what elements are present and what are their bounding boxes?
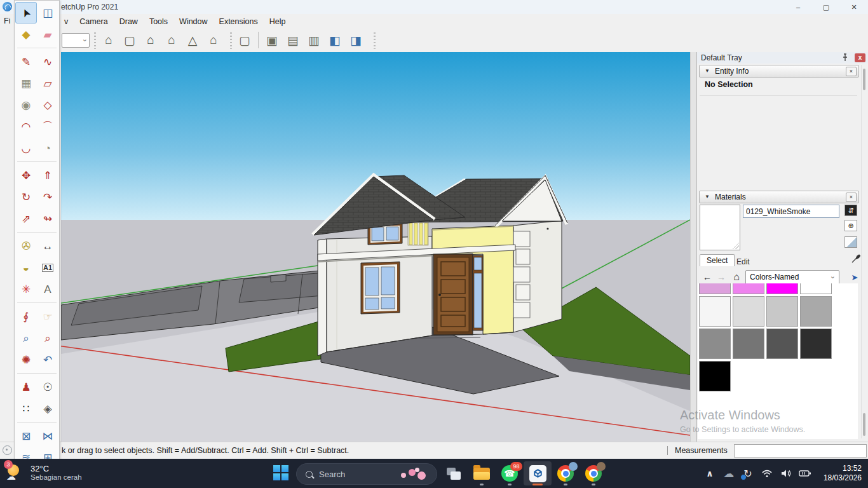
taskbar-clock[interactable]: 13:52 18/03/2026 [815, 464, 862, 483]
tool-text[interactable]: A1 [37, 257, 58, 278]
menu-draw[interactable]: Draw [114, 17, 144, 26]
onedrive-icon[interactable]: ☁ [719, 464, 738, 483]
back-arrow-icon[interactable]: ← [701, 270, 714, 284]
left-view-button[interactable]: ⌂ [204, 31, 223, 49]
tool-rectangle[interactable]: ▦ [15, 72, 37, 94]
tool-section-plane[interactable]: ◈ [37, 398, 58, 419]
viewport-canvas[interactable] [61, 52, 690, 442]
search-box[interactable]: Search [296, 463, 437, 485]
front-view-button[interactable]: ⌂ [141, 31, 160, 49]
tool-pie[interactable]: ◔ [37, 137, 58, 159]
tool-push-pull[interactable]: ⇑ [37, 165, 58, 186]
volume-icon[interactable] [776, 464, 796, 483]
outer-shell-button[interactable]: ▢ [235, 31, 254, 49]
swatch-ee82ee[interactable] [733, 283, 764, 294]
entity-info-close-button[interactable]: × [846, 67, 857, 76]
swatch-dda0dd[interactable] [699, 283, 731, 294]
tray-scrollbar[interactable] [861, 65, 867, 438]
tool-zoom-extents[interactable]: ✺ [15, 349, 37, 370]
pin-icon[interactable] [841, 53, 849, 62]
tray-close-button[interactable]: x [855, 53, 865, 62]
taskbar-app-file-explorer[interactable] [468, 461, 496, 485]
measurements-input[interactable] [734, 444, 867, 458]
tool-rotated-rectangle[interactable]: ▱ [37, 72, 58, 94]
material-name-field[interactable] [743, 205, 839, 218]
tool-paint-bucket[interactable]: ◆ [15, 24, 37, 45]
back-view-button[interactable]: △ [183, 31, 202, 49]
iso-view-button[interactable]: ⌂ [99, 31, 118, 49]
tool-axes[interactable]: ✳ [15, 278, 37, 300]
swatch-ffffff[interactable] [800, 283, 832, 294]
taskbar-app-chrome-profile-1[interactable] [552, 461, 580, 485]
tool-display-section-planes[interactable]: ⋈ [37, 425, 58, 447]
taskbar-app-chrome-profile-2[interactable] [580, 461, 607, 485]
menu-help[interactable]: Help [264, 17, 292, 26]
intersect-button[interactable]: ▣ [262, 31, 281, 49]
menu-view[interactable]: v [58, 17, 74, 26]
tool-follow-me[interactable]: ↷ [37, 186, 58, 208]
tool-rotate[interactable]: ↻ [15, 186, 37, 208]
tool-two-point-arc[interactable]: ⌒ [37, 116, 58, 137]
swatch-000000[interactable] [699, 361, 731, 391]
wifi-icon[interactable] [757, 464, 776, 483]
materials-header[interactable]: ▼ Materials × [699, 191, 859, 203]
tool-tape-measure[interactable]: ✇ [15, 235, 37, 257]
weather-widget[interactable]: ☁ 3 32°C Sebagian cerah [5, 462, 82, 482]
entity-info-header[interactable]: ▼ Entity Info × [699, 65, 859, 78]
tool-eraser[interactable]: ▰ [37, 24, 58, 45]
menu-tools[interactable]: Tools [144, 17, 173, 26]
tool-line[interactable]: ✎ [15, 51, 37, 72]
tool-freehand[interactable]: ∿ [37, 51, 58, 72]
geolocation-icon[interactable] [3, 445, 12, 455]
home-icon[interactable]: ⌂ [730, 270, 743, 284]
tool-previous-view[interactable]: ↶ [37, 349, 58, 370]
restore-button[interactable]: ▢ [812, 0, 840, 14]
taskbar-app-task-view[interactable] [440, 461, 468, 485]
menu-camera[interactable]: Camera [74, 17, 113, 26]
details-arrow-button[interactable]: ➤ [848, 270, 862, 284]
tool-circle[interactable]: ◉ [15, 94, 37, 116]
tool-section-plane-tool[interactable]: ⊠ [15, 425, 37, 447]
tool-offset[interactable]: ↬ [37, 208, 58, 229]
forward-arrow-icon[interactable]: → [715, 270, 728, 284]
collection-dropdown[interactable]: Colors-Named ⌄ [745, 270, 839, 285]
battery-icon[interactable] [796, 464, 815, 483]
taskbar-app-whatsapp[interactable]: ☎98 [496, 461, 524, 485]
taskbar-app-sketchup[interactable] [524, 461, 552, 485]
tool-look-around[interactable]: ☉ [37, 376, 58, 398]
scrollbar-thumb[interactable] [863, 69, 865, 90]
swatch-757575[interactable] [733, 329, 764, 359]
tray-expand-icon[interactable]: ∧ [700, 464, 719, 483]
tool-position-camera[interactable]: ♟ [15, 376, 37, 398]
toolbar-combobox[interactable]: ⌄ [62, 33, 90, 48]
tool-scale[interactable]: ⇗ [15, 208, 37, 229]
secondary-pane-button[interactable]: ⇵ [844, 205, 857, 216]
tool-orbit[interactable]: ∮ [15, 306, 37, 327]
menu-file-truncated[interactable]: Fi [4, 17, 10, 25]
split-button[interactable]: ◨ [346, 31, 365, 49]
union-button[interactable]: ▤ [283, 31, 302, 49]
tool-make-component[interactable]: ◫ [37, 2, 58, 24]
menu-window[interactable]: Window [173, 17, 213, 26]
swatch-ff00ff[interactable] [766, 283, 798, 294]
tool-zoom[interactable]: ⌕ [15, 327, 37, 349]
materials-close-button[interactable]: × [846, 193, 857, 202]
menu-extensions[interactable]: Extensions [214, 17, 264, 26]
create-material-button[interactable]: ⊕ [844, 220, 857, 231]
tab-edit[interactable]: Edit [730, 256, 756, 268]
tool-dimension[interactable]: ↔ [37, 235, 58, 257]
tool-pan[interactable]: ☞ [37, 306, 58, 327]
swatch-2e2e2e[interactable] [800, 329, 832, 359]
right-view-button[interactable]: ⌂ [162, 31, 181, 49]
trim-button[interactable]: ◧ [325, 31, 344, 49]
swatch-dcdcdc[interactable] [733, 296, 764, 327]
minimize-button[interactable]: – [784, 0, 812, 14]
swatch-c8c8c8[interactable] [766, 296, 798, 327]
swatch-a9a9a9[interactable] [800, 296, 832, 327]
tool-polygon[interactable]: ◇ [37, 94, 58, 116]
top-view-button[interactable]: ▢ [120, 31, 139, 49]
close-button[interactable]: ✕ [840, 0, 868, 14]
tool-three-point-arc[interactable]: ◡ [15, 137, 37, 159]
sample-paint-eyedropper-icon[interactable] [850, 253, 862, 264]
swatch-8c8c8c[interactable] [699, 329, 731, 359]
